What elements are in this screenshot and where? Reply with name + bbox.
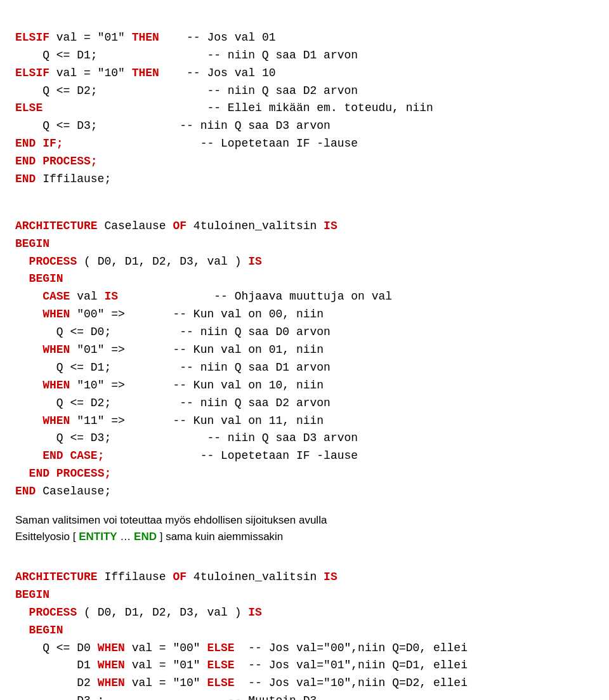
keyword-end-process-2: END PROCESS; — [29, 467, 112, 480]
keyword-end-case-1: END CASE; — [43, 449, 104, 462]
end-keyword: END — [134, 531, 157, 543]
keyword-is-3: IS — [104, 290, 118, 303]
keyword-of-1: OF — [173, 220, 187, 232]
keyword-when-6: WHEN — [98, 659, 125, 671]
keyword-end-if-1: END IF; — [15, 137, 63, 150]
keyword-architecture-2: ARCHITECTURE — [15, 571, 98, 583]
keyword-process-1: PROCESS — [29, 255, 77, 268]
keyword-end-process-1: END PROCESS; — [15, 155, 98, 168]
keyword-when-5: WHEN — [98, 642, 125, 654]
keyword-when-4: WHEN — [43, 414, 70, 427]
keyword-end-iffilause-1: END — [15, 173, 36, 185]
code-section-1: ELSIF val = "01" THEN -- Jos val 01 Q <=… — [15, 11, 594, 188]
keyword-when-1: WHEN — [43, 308, 70, 320]
entity-keyword: ENTITY — [79, 531, 117, 543]
keyword-architecture-1: ARCHITECTURE — [15, 220, 98, 232]
keyword-when-7: WHEN — [98, 677, 125, 689]
keyword-then-1: THEN — [132, 31, 159, 44]
keyword-when-3: WHEN — [43, 379, 70, 392]
keyword-else-1: ELSE — [15, 102, 43, 114]
keyword-begin-2: BEGIN — [29, 272, 63, 285]
keyword-is-5: IS — [248, 606, 262, 619]
keyword-else-2: ELSE — [207, 642, 234, 654]
keyword-end-caselause-1: END — [15, 485, 36, 498]
keyword-is-2: IS — [248, 255, 262, 268]
keyword-then-2: THEN — [132, 67, 159, 79]
keyword-case-1: CASE — [43, 290, 70, 303]
keyword-of-2: OF — [173, 571, 187, 583]
keyword-else-4: ELSE — [207, 677, 234, 689]
keyword-is-1: IS — [324, 220, 337, 232]
keyword-begin-1: BEGIN — [15, 237, 49, 250]
keyword-else-3: ELSE — [207, 659, 234, 671]
prose-text-1: Saman valitsimen voi toteuttaa myös ehdo… — [15, 512, 594, 545]
keyword-begin-3: BEGIN — [15, 588, 49, 601]
keyword-elsif-2: ELSIF — [15, 67, 49, 79]
code-section-2: ARCHITECTURE Caselause OF 4tuloinen_vali… — [15, 200, 594, 501]
keyword-when-2: WHEN — [43, 343, 70, 356]
keyword-is-4: IS — [324, 571, 337, 583]
code-section-3: ARCHITECTURE Iffilause OF 4tuloinen_vali… — [15, 551, 594, 700]
keyword-process-2: PROCESS — [29, 606, 77, 619]
keyword-elsif-1: ELSIF — [15, 31, 49, 44]
keyword-begin-4: BEGIN — [29, 624, 63, 637]
